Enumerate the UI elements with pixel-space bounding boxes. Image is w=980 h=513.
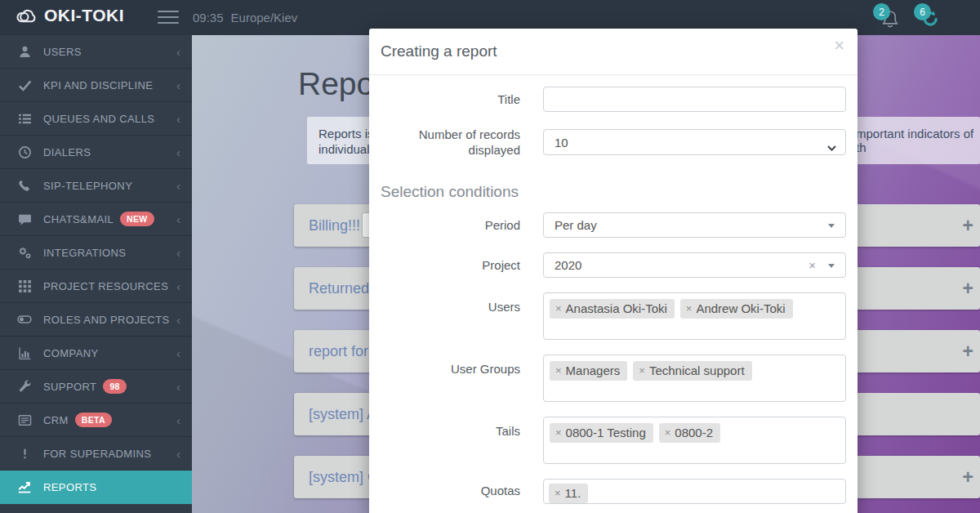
- sidebar-item-kpi-and-discipline[interactable]: KPI AND DISCIPLINE‹: [0, 69, 192, 102]
- records-selected-value: 10: [555, 136, 568, 149]
- period-dropdown[interactable]: Per day: [543, 212, 846, 238]
- report-title-link[interactable]: Returned: [309, 280, 369, 297]
- phone-icon: [16, 179, 33, 192]
- sidebar: USERS‹KPI AND DISCIPLINE‹QUEUES AND CALL…: [0, 35, 192, 513]
- chevron-left-icon: ‹: [176, 380, 180, 394]
- chevron-left-icon: ‹: [176, 145, 180, 159]
- add-icon[interactable]: +: [963, 215, 973, 237]
- crm-icon: [16, 413, 33, 427]
- sidebar-item-integrations[interactable]: INTEGRATIONS‹: [0, 236, 192, 270]
- close-icon[interactable]: ×: [834, 37, 844, 55]
- sidebar-item-crm[interactable]: CRMBETA‹: [0, 404, 192, 437]
- chevron-left-icon: ‹: [176, 212, 180, 226]
- list-icon: [16, 112, 33, 126]
- brand[interactable]: OKI-TOKI: [15, 6, 124, 25]
- field-row-period: Period Per day: [369, 212, 858, 238]
- title-input[interactable]: [543, 87, 846, 112]
- tag-label: 0800-1 Testing: [566, 426, 646, 439]
- users-multiselect[interactable]: ×Anastasia Oki-Toki×Andrew Oki-Toki: [543, 292, 846, 340]
- timezone-label: Europe/Kiev: [231, 11, 298, 25]
- report-title-link[interactable]: [system] C: [309, 469, 378, 486]
- report-title-link[interactable]: report for: [309, 343, 368, 360]
- sidebar-item-label: FOR SUPERADMINS: [43, 448, 151, 460]
- sidebar-item-queues-and-calls[interactable]: QUEUES AND CALLS‹: [0, 102, 192, 136]
- sidebar-item-for-superadmins[interactable]: FOR SUPERADMINS‹: [0, 437, 192, 471]
- toggle-icon: [16, 312, 33, 327]
- chevron-left-icon: ‹: [176, 179, 180, 193]
- tag-label: 11.: [565, 486, 581, 500]
- add-icon[interactable]: +: [963, 466, 973, 488]
- sidebar-item-company[interactable]: COMPANY‹: [0, 337, 192, 370]
- quotas-multiselect[interactable]: ×11.: [543, 479, 846, 504]
- sidebar-item-label: COMPANY: [43, 347, 99, 359]
- grid-icon: [16, 279, 33, 293]
- remove-tag-icon[interactable]: ×: [555, 302, 562, 314]
- remove-tag-icon[interactable]: ×: [686, 302, 693, 314]
- records-select[interactable]: 10: [543, 129, 846, 155]
- chevron-left-icon: ‹: [176, 112, 180, 126]
- remove-tag-icon[interactable]: ×: [639, 364, 645, 377]
- report-title-link[interactable]: [system] A: [309, 406, 376, 423]
- sidebar-item-sip-telephony[interactable]: SIP-TELEPHONY‹: [0, 169, 192, 203]
- recent-activity-button[interactable]: 6: [920, 9, 940, 32]
- quotas-label: Quotas: [369, 483, 520, 498]
- clock-icon: [16, 145, 33, 159]
- remove-tag-icon[interactable]: ×: [555, 364, 562, 377]
- project-dropdown[interactable]: 2020 ×: [543, 252, 846, 278]
- sidebar-item-label: ROLES AND PROJECTS: [43, 314, 170, 326]
- user-icon: [16, 45, 33, 59]
- sidebar-item-label: REPORTS: [43, 481, 96, 493]
- bars-icon: [16, 346, 33, 360]
- chevron-left-icon: ‹: [176, 45, 180, 59]
- period-label: Period: [369, 217, 520, 233]
- cloud-logo-icon: [15, 7, 37, 24]
- sidebar-item-support[interactable]: SUPPORT98‹: [0, 370, 192, 404]
- check-icon: [16, 78, 33, 92]
- title-label: Title: [369, 91, 520, 107]
- report-title-link[interactable]: Billing!!!: [309, 217, 360, 234]
- add-icon[interactable]: +: [963, 341, 973, 363]
- chevron-left-icon: ‹: [176, 413, 180, 427]
- tag[interactable]: ×Technical support: [633, 361, 751, 381]
- sidebar-item-chats-mail[interactable]: CHATS&MAILNEW‹: [0, 203, 192, 236]
- tag-label: Managers: [566, 364, 621, 377]
- sidebar-item-users[interactable]: USERS‹: [0, 35, 192, 69]
- chevron-left-icon: ‹: [176, 447, 180, 461]
- field-row-users: Users ×Anastasia Oki-Toki×Andrew Oki-Tok…: [369, 292, 858, 340]
- sidebar-item-project-resources[interactable]: PROJECT RESOURCES‹: [0, 270, 192, 303]
- remove-tag-icon[interactable]: ×: [555, 426, 562, 439]
- tag[interactable]: ×0800-1 Testing: [550, 423, 653, 443]
- sidebar-item-dialers[interactable]: DIALERS‹: [0, 136, 192, 169]
- intro-fragment-right: mportant indicators of th: [856, 127, 980, 154]
- sidebar-item-reports[interactable]: REPORTS: [0, 471, 192, 504]
- tag[interactable]: ×Anastasia Oki-Toki: [550, 299, 675, 319]
- remove-tag-icon[interactable]: ×: [555, 487, 561, 499]
- tag[interactable]: ×0800-2: [659, 423, 720, 443]
- clear-selection-icon[interactable]: ×: [808, 258, 816, 272]
- field-row-tails: Tails ×0800-1 Testing×0800-2: [369, 417, 858, 464]
- sidebar-item-label: USERS: [43, 46, 82, 58]
- chevron-left-icon: ‹: [176, 346, 180, 360]
- create-report-modal: Creating a report × Title Number of reco…: [369, 29, 858, 513]
- add-icon[interactable]: +: [963, 278, 973, 300]
- field-row-records: Number of records displayed 10: [369, 127, 858, 158]
- chartline-icon: [16, 480, 33, 494]
- section-heading: Selection conditions: [381, 183, 858, 201]
- user-groups-multiselect[interactable]: ×Managers×Technical support: [543, 355, 846, 402]
- tag[interactable]: ×11.: [549, 484, 588, 503]
- menu-toggle-icon[interactable]: [158, 11, 179, 28]
- remove-tag-icon[interactable]: ×: [665, 426, 671, 439]
- wrench-icon: [16, 380, 33, 393]
- dropdown-arrow-icon: [828, 224, 835, 228]
- tails-label: Tails: [369, 423, 520, 439]
- sidebar-item-roles-and-projects[interactable]: ROLES AND PROJECTS‹: [0, 303, 192, 337]
- sidebar-item-label: QUEUES AND CALLS: [43, 113, 154, 125]
- chevron-left-icon: ‹: [176, 279, 180, 293]
- history-count-badge: 6: [914, 3, 931, 20]
- tag[interactable]: ×Managers: [550, 361, 627, 381]
- field-row-title: Title: [369, 87, 858, 112]
- tag[interactable]: ×Andrew Oki-Toki: [680, 299, 793, 319]
- user-groups-label: User Groups: [369, 361, 520, 377]
- tails-multiselect[interactable]: ×0800-1 Testing×0800-2: [543, 417, 846, 464]
- notifications-bell[interactable]: 2: [880, 9, 901, 33]
